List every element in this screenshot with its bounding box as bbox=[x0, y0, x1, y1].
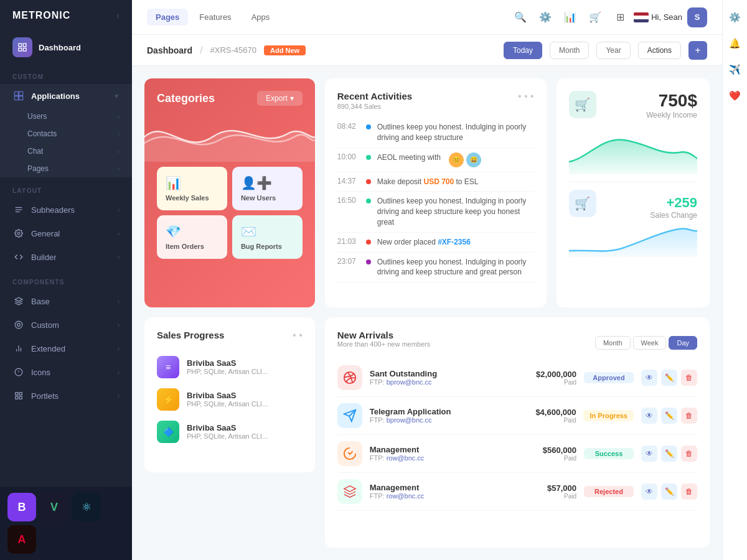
sales-change-label: Sales Change bbox=[651, 211, 697, 220]
month-button[interactable]: Month bbox=[550, 42, 589, 59]
frameworks-bar: B V ⚛ A bbox=[0, 487, 132, 560]
activities-menu-icon[interactable]: • • • bbox=[518, 91, 534, 102]
view-button-4[interactable]: 👁 bbox=[641, 483, 657, 500]
tab-apps[interactable]: Apps bbox=[243, 9, 279, 26]
sidebar-general[interactable]: General › bbox=[0, 222, 132, 245]
icons-icon bbox=[12, 366, 25, 378]
arrival-row-1: Sant Outstanding FTP: bprow@bnc.cc $2,00… bbox=[337, 359, 697, 397]
svg-point-14 bbox=[17, 324, 21, 327]
add-new-badge[interactable]: Add New bbox=[264, 45, 306, 55]
send-icon[interactable]: ✈️ bbox=[725, 60, 745, 80]
edit-button-3[interactable]: ✏️ bbox=[661, 446, 677, 462]
svg-rect-2 bbox=[23, 48, 26, 51]
heart-icon[interactable]: ❤️ bbox=[725, 86, 745, 106]
arrival-icon-1 bbox=[337, 365, 362, 390]
cart-icon[interactable]: 🛒 bbox=[584, 6, 606, 29]
delete-button-1[interactable]: 🗑 bbox=[681, 370, 697, 386]
weekly-sales-card[interactable]: 📊 Weekly Sales bbox=[157, 167, 227, 210]
sidebar-item-pages[interactable]: Pages › bbox=[27, 160, 132, 177]
view-button-2[interactable]: 👁 bbox=[641, 408, 657, 424]
sidebar-builder[interactable]: Builder › bbox=[0, 245, 132, 269]
user-greeting: Hi, Sean bbox=[651, 12, 682, 22]
tab-day[interactable]: Day bbox=[669, 336, 697, 350]
sales-menu-icon[interactable]: • • bbox=[293, 330, 303, 341]
portlets-icon bbox=[12, 390, 25, 402]
arrival-actions-2: 👁 ✏️ 🗑 bbox=[641, 408, 697, 424]
svg-rect-3 bbox=[19, 48, 22, 51]
delete-button-2[interactable]: 🗑 bbox=[681, 408, 697, 424]
activity-item-3: 14:37 Make deposit USD 700 to ESL bbox=[337, 172, 534, 192]
angular-icon[interactable]: A bbox=[7, 525, 36, 554]
sales-change-value: +259 bbox=[651, 195, 697, 211]
bug-reports-label: Bug Reports bbox=[241, 243, 294, 250]
top-navigation: Pages Features Apps 🔍 ⚙️ 📊 🛒 ⊞ Hi, Sean … bbox=[132, 0, 722, 35]
layout-section-label: LAYOUT bbox=[0, 177, 132, 198]
grid-icon[interactable]: ⚙️ bbox=[534, 6, 557, 29]
export-button[interactable]: Export ▾ bbox=[257, 91, 303, 106]
sidebar-portlets[interactable]: Portlets › bbox=[0, 384, 132, 408]
status-badge-3: Success bbox=[584, 448, 634, 459]
applications-label: Applications bbox=[31, 91, 113, 101]
view-button-3[interactable]: 👁 bbox=[641, 446, 657, 462]
sidebar-icons[interactable]: Icons › bbox=[0, 360, 132, 384]
status-badge-1: Approved bbox=[584, 372, 634, 383]
today-button[interactable]: Today bbox=[504, 42, 542, 59]
edit-button-2[interactable]: ✏️ bbox=[661, 408, 677, 424]
arrival-actions-1: 👁 ✏️ 🗑 bbox=[641, 370, 697, 386]
svg-rect-0 bbox=[19, 44, 22, 47]
year-button[interactable]: Year bbox=[596, 42, 630, 59]
arrival-actions-3: 👁 ✏️ 🗑 bbox=[641, 446, 697, 462]
activities-card: Recent Activities 890,344 Sales • • • 08… bbox=[325, 78, 547, 307]
sidebar-item-users[interactable]: Users › bbox=[27, 108, 132, 125]
user-avatar: S bbox=[687, 7, 707, 27]
dashboard-icon bbox=[12, 37, 32, 57]
sidebar-applications[interactable]: Applications ▼ Users › Contacts › Chat ›… bbox=[0, 84, 132, 177]
bug-reports-card[interactable]: ✉️ Bug Reports bbox=[232, 215, 303, 259]
general-icon bbox=[12, 227, 25, 240]
item-orders-card[interactable]: 💎 Item Orders bbox=[157, 215, 227, 259]
tab-pages[interactable]: Pages bbox=[147, 9, 188, 26]
new-arrivals-card: New Arrivals More than 400+ new members … bbox=[325, 317, 710, 548]
search-icon[interactable]: 🔍 bbox=[509, 6, 532, 29]
user-menu[interactable]: Hi, Sean S bbox=[651, 7, 707, 27]
sidebar-collapse-icon[interactable]: ‹ bbox=[116, 11, 120, 21]
applications-arrow: ▼ bbox=[113, 93, 120, 100]
income-amount: 750$ bbox=[646, 91, 697, 111]
sidebar-base[interactable]: Base › bbox=[0, 289, 132, 313]
arrivals-sub: More than 400+ new members bbox=[337, 340, 431, 348]
edit-button-4[interactable]: ✏️ bbox=[661, 483, 677, 500]
settings-icon[interactable]: ⚙️ bbox=[725, 7, 745, 27]
delete-button-3[interactable]: 🗑 bbox=[681, 446, 697, 462]
sidebar-subheaders[interactable]: Subheaders › bbox=[0, 198, 132, 222]
view-button-1[interactable]: 👁 bbox=[641, 370, 657, 386]
edit-button-1[interactable]: ✏️ bbox=[661, 370, 677, 386]
apps-icon[interactable]: ⊞ bbox=[609, 6, 631, 29]
new-users-card[interactable]: 👤➕ New Users bbox=[232, 167, 303, 210]
language-flag[interactable] bbox=[634, 12, 649, 22]
add-button[interactable]: + bbox=[688, 41, 707, 60]
main-content: Pages Features Apps 🔍 ⚙️ 📊 🛒 ⊞ Hi, Sean … bbox=[132, 0, 722, 560]
vue-icon[interactable]: V bbox=[40, 493, 68, 521]
tab-month[interactable]: Month bbox=[595, 336, 631, 350]
sidebar-custom[interactable]: Custom › bbox=[0, 313, 132, 337]
sidebar-item-contacts[interactable]: Contacts › bbox=[27, 125, 132, 142]
tab-week[interactable]: Week bbox=[633, 336, 667, 350]
bootstrap-icon[interactable]: B bbox=[7, 493, 36, 521]
notifications-icon[interactable]: 🔔 bbox=[725, 34, 745, 54]
progress-item-3: 🔷 Briviba SaaS PHP, SQLite, Artisan CLI.… bbox=[157, 416, 303, 448]
svg-rect-19 bbox=[19, 393, 22, 395]
sidebar-dashboard-item[interactable]: Dashboard bbox=[0, 31, 132, 63]
sidebar-item-chat[interactable]: Chat › bbox=[27, 142, 132, 160]
progress-avatar-3: 🔷 bbox=[157, 421, 179, 443]
sidebar-extended[interactable]: Extended › bbox=[0, 337, 132, 360]
svg-rect-5 bbox=[19, 91, 23, 95]
actions-button[interactable]: Actions bbox=[638, 42, 681, 59]
svg-rect-4 bbox=[14, 91, 18, 95]
delete-button-4[interactable]: 🗑 bbox=[681, 483, 697, 500]
tab-features[interactable]: Features bbox=[190, 9, 240, 26]
react-icon[interactable]: ⚛ bbox=[72, 493, 101, 521]
progress-avatar-2: ⚡ bbox=[157, 388, 179, 411]
chart-icon[interactable]: 📊 bbox=[559, 6, 581, 29]
arrival-icon-2 bbox=[337, 403, 362, 428]
applications-submenu: Users › Contacts › Chat › Pages › bbox=[0, 108, 132, 177]
